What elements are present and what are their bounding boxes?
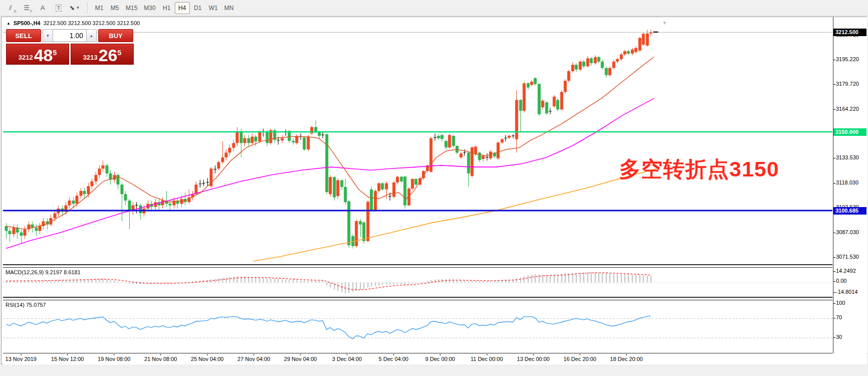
timeframe-button-m5[interactable]: M5 bbox=[107, 2, 122, 14]
timeframe-button-d1[interactable]: D1 bbox=[190, 2, 205, 14]
timeframe-button-group: M1M5M15M30H1H4D1W1MN bbox=[92, 2, 237, 14]
timeframe-button-h4[interactable]: H4 bbox=[175, 2, 190, 14]
time-tick-label: 3 Dec 04:00 bbox=[332, 356, 362, 362]
rsi-scale-label: 70 bbox=[836, 314, 842, 320]
time-tick-label: 19 Nov 08:00 bbox=[98, 356, 130, 362]
macd-scale-label: 0.00 bbox=[836, 278, 846, 284]
support-price-badge: 3100.685 bbox=[833, 207, 866, 215]
buy-price-prefix: 3213 bbox=[83, 53, 98, 63]
sell-button[interactable]: SELL bbox=[6, 29, 41, 42]
chevron-down-icon[interactable]: ▼ bbox=[76, 6, 80, 10]
time-tick-label: 5 Dec 04:00 bbox=[379, 356, 408, 362]
buy-price-sup: 5 bbox=[117, 44, 121, 61]
rsi-canvas[interactable] bbox=[3, 300, 832, 353]
time-tick-label: 15 Nov 12:00 bbox=[51, 356, 84, 362]
timeframe-button-m1[interactable]: M1 bbox=[92, 2, 107, 14]
timeframe-button-w1[interactable]: W1 bbox=[206, 2, 221, 14]
channel-glyph: ⫽ bbox=[9, 4, 12, 12]
sell-price-big: 48 bbox=[34, 48, 53, 63]
text-a-glyph: A bbox=[41, 4, 45, 12]
timeframe-button-h1[interactable]: H1 bbox=[159, 2, 174, 14]
symbol-label: SP500-,H4 bbox=[14, 20, 41, 26]
ohlc-quotes: 3212.500 3212.500 3212.500 3212.500 bbox=[44, 20, 140, 26]
macd-scale-label: 14.2492 bbox=[836, 268, 856, 274]
buy-price-panel[interactable]: 3213 26 5 bbox=[71, 44, 134, 65]
chart-title: ▲ SP500-,H4 3212.500 3212.500 3212.500 3… bbox=[7, 20, 140, 26]
timeframe-button-mn[interactable]: MN bbox=[221, 2, 237, 14]
time-tick-label: 16 Dec 20:00 bbox=[563, 356, 596, 362]
price-axis[interactable]: 3210.7203195.2203179.7203164.2203148.720… bbox=[833, 17, 867, 353]
time-axis[interactable]: 13 Nov 201915 Nov 12:0019 Nov 08:0021 No… bbox=[3, 354, 867, 364]
one-click-trading-arrow-icon[interactable]: ▲ bbox=[7, 21, 11, 26]
sell-price-panel[interactable]: 3212 48 5 bbox=[6, 44, 69, 65]
fibo-sub-label: F bbox=[30, 9, 33, 14]
top-toolbar: ⫽E ☰F A T ⬊▼ M1M5M15M30H1H4D1W1MN bbox=[0, 0, 868, 16]
volume-increase-button[interactable]: ▲ bbox=[86, 29, 97, 42]
timeframe-button-m15[interactable]: M15 bbox=[123, 2, 140, 14]
volume-input[interactable] bbox=[53, 29, 86, 42]
one-click-trading-panel: SELL ▼ ▲ BUY 3212 48 5 3213 26 5 bbox=[6, 29, 134, 65]
time-tick-label: 13 Nov 2019 bbox=[6, 356, 37, 362]
rsi-scale-label: 30 bbox=[836, 334, 842, 340]
macd-indicator-pane[interactable]: MACD(12,26,9) 9.2197 8.6181 bbox=[3, 267, 832, 298]
rsi-indicator-pane[interactable]: RSI(14) 75.0757 bbox=[3, 300, 832, 353]
price-tick-label: 3195.220 bbox=[836, 56, 859, 62]
price-tick-label: 3071.530 bbox=[836, 254, 859, 260]
price-tick-label: 3164.220 bbox=[836, 106, 859, 112]
price-chart-pane[interactable]: ▲ SP500-,H4 3212.500 3212.500 3212.500 3… bbox=[3, 18, 832, 265]
rsi-scale-label: 100 bbox=[836, 300, 845, 306]
toolbar-separator bbox=[87, 3, 88, 14]
rsi-label: RSI(14) 75.0757 bbox=[6, 302, 46, 308]
arrows-glyph: ⬊ bbox=[70, 4, 75, 12]
current-price-badge: 3212.500 bbox=[833, 29, 866, 36]
price-tick-label: 3133.530 bbox=[836, 154, 859, 160]
price-tick-label: 3118.030 bbox=[836, 179, 858, 185]
arrows-tool-icon[interactable]: ⬊▼ bbox=[67, 2, 82, 14]
time-tick-label: 29 Nov 04:00 bbox=[284, 356, 317, 362]
time-tick-label: 21 Nov 08:00 bbox=[144, 356, 177, 362]
text-label-icon[interactable]: A bbox=[35, 2, 50, 14]
time-tick-label: 9 Dec 00:00 bbox=[425, 356, 455, 362]
fibo-glyph: ☰ bbox=[24, 4, 30, 12]
text-t-glyph: T bbox=[56, 5, 62, 12]
timeframe-button-m30[interactable]: M30 bbox=[141, 2, 158, 14]
window-bottom-strip bbox=[0, 365, 868, 376]
price-tick-label: 3087.030 bbox=[836, 229, 859, 235]
sell-price-prefix: 3212 bbox=[19, 53, 33, 63]
time-tick-label: 27 Nov 04:00 bbox=[237, 356, 270, 362]
chart-annotation-text: 多空转折点3150 bbox=[619, 155, 779, 184]
chart-window: ▲ SP500-,H4 3212.500 3212.500 3212.500 3… bbox=[1, 17, 867, 364]
buy-button[interactable]: BUY bbox=[98, 29, 133, 42]
macd-scale-label: -14.8014 bbox=[836, 289, 857, 295]
sell-price-sup: 5 bbox=[53, 44, 57, 61]
chart-shift-marker-icon[interactable]: ▼ bbox=[662, 20, 667, 26]
time-tick-label: 25 Nov 04:00 bbox=[191, 356, 223, 362]
channel-sub-label: E bbox=[14, 9, 17, 14]
macd-canvas[interactable] bbox=[3, 268, 832, 297]
price-tick-label: 3179.720 bbox=[836, 81, 859, 87]
time-tick-label: 11 Dec 00:00 bbox=[470, 356, 503, 362]
time-tick-label: 13 Dec 00:00 bbox=[517, 356, 549, 362]
trading-terminal: { "toolbar": { "tools": [ {"name":"equid… bbox=[0, 0, 868, 376]
macd-label: MACD(12,26,9) 9.2197 8.6181 bbox=[6, 269, 81, 275]
text-box-icon[interactable]: T bbox=[51, 2, 66, 14]
equidistant-channel-icon[interactable]: ⫽E bbox=[3, 2, 18, 14]
time-tick-label: 18 Dec 20:00 bbox=[610, 356, 643, 362]
resistance-price-badge: 3150.000 bbox=[833, 128, 866, 136]
fibonacci-icon[interactable]: ☰F bbox=[19, 2, 34, 14]
volume-decrease-button[interactable]: ▼ bbox=[43, 29, 53, 42]
buy-price-big: 26 bbox=[99, 48, 118, 63]
volume-stepper: ▼ ▲ bbox=[43, 29, 97, 42]
